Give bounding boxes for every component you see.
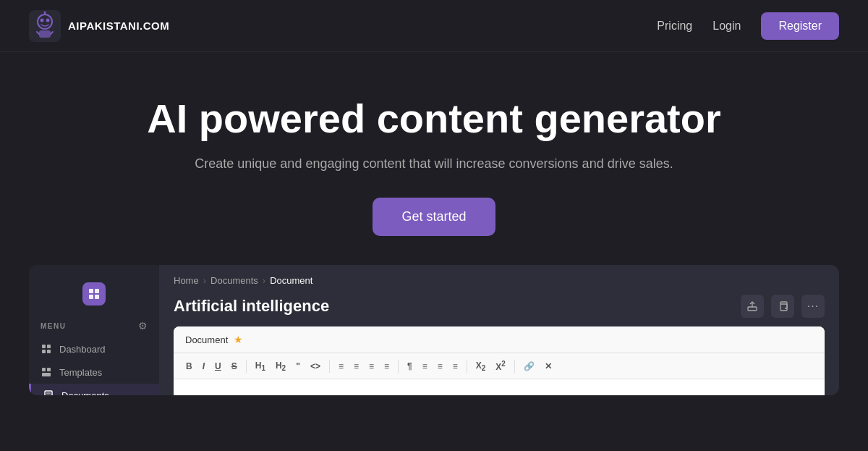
get-started-button[interactable]: Get started xyxy=(373,198,495,236)
templates-label: Templates xyxy=(59,367,102,378)
toolbar-align-left[interactable]: ¶ xyxy=(404,359,416,374)
dashboard-icon xyxy=(41,343,52,355)
svg-rect-11 xyxy=(89,295,93,299)
toolbar-sep-2 xyxy=(329,360,330,373)
templates-icon xyxy=(41,366,52,378)
breadcrumb-current: Document xyxy=(270,275,312,286)
toolbar-superscript[interactable]: X2 xyxy=(492,358,509,374)
sidebar-logo xyxy=(29,277,159,317)
svg-rect-6 xyxy=(39,30,51,38)
toolbar-align-right[interactable]: ≡ xyxy=(434,359,446,374)
svg-rect-17 xyxy=(42,368,46,371)
svg-rect-15 xyxy=(42,350,46,353)
toolbar-italic[interactable]: I xyxy=(199,359,208,374)
menu-label: MENU xyxy=(41,322,66,330)
dashboard-label: Dashboard xyxy=(59,344,106,355)
svg-rect-19 xyxy=(42,373,51,376)
toolbar-sep-1 xyxy=(246,360,247,373)
menu-label-row: MENU ⚙ xyxy=(29,317,159,337)
toolbar-underline[interactable]: U xyxy=(211,359,225,374)
more-options-button[interactable]: ··· xyxy=(801,295,825,318)
toolbar-h1[interactable]: H1 xyxy=(252,358,269,374)
export-button[interactable] xyxy=(741,295,764,318)
toolbar-h2[interactable]: H2 xyxy=(272,358,289,374)
svg-rect-16 xyxy=(47,350,51,353)
app-preview: MENU ⚙ Dashboard Te xyxy=(29,265,839,395)
svg-point-5 xyxy=(44,11,46,13)
document-title: Artificial intelligence xyxy=(174,297,329,316)
documents-label: Documents xyxy=(61,390,109,396)
editor-doc-name: Document xyxy=(185,334,228,345)
svg-point-2 xyxy=(41,18,44,22)
toolbar-ol[interactable]: ≡ xyxy=(350,359,362,374)
hero-section: AI powered content generator Create uniq… xyxy=(0,52,868,265)
main-content: Home › Documents › Document Artificial i… xyxy=(159,265,839,395)
star-icon[interactable]: ★ xyxy=(234,334,243,345)
editor-area: Document ★ B I U S H1 H2 " <> ≡ ≡ ≡ ≡ ¶ xyxy=(174,326,825,395)
copy-button[interactable] xyxy=(771,295,794,318)
sidebar: MENU ⚙ Dashboard Te xyxy=(29,265,159,395)
toolbar-code[interactable]: <> xyxy=(307,359,324,374)
login-link[interactable]: Login xyxy=(712,20,741,33)
svg-rect-24 xyxy=(748,307,757,311)
documents-icon xyxy=(43,389,54,395)
editor-header: Document ★ xyxy=(174,326,825,353)
more-icon: ··· xyxy=(807,300,819,313)
breadcrumb-sep-1: › xyxy=(203,275,206,286)
svg-rect-18 xyxy=(47,368,51,371)
header: AIPAKISTANI.COM Pricing Login Register xyxy=(0,0,868,52)
svg-rect-9 xyxy=(89,289,93,293)
sidebar-item-templates[interactable]: Templates xyxy=(29,361,159,384)
sidebar-logo-icon xyxy=(82,282,106,305)
svg-rect-12 xyxy=(95,295,99,299)
toolbar-blockquote[interactable]: " xyxy=(292,359,304,374)
editor-toolbar: B I U S H1 H2 " <> ≡ ≡ ≡ ≡ ¶ ≡ ≡ ≡ X xyxy=(174,353,825,379)
pricing-link[interactable]: Pricing xyxy=(657,20,692,33)
logo-text: AIPAKISTANI.COM xyxy=(68,20,169,32)
sidebar-item-documents[interactable]: Documents xyxy=(29,384,159,395)
toolbar-link[interactable]: 🔗 xyxy=(520,359,538,374)
toolbar-strikethrough[interactable]: S xyxy=(228,359,241,374)
toolbar-indent-in[interactable]: ≡ xyxy=(380,359,393,374)
hero-subtitle: Create unique and engaging content that … xyxy=(195,156,673,172)
breadcrumb-sep-2: › xyxy=(263,275,265,286)
toolbar-indent-out[interactable]: ≡ xyxy=(365,359,378,374)
svg-rect-10 xyxy=(95,289,99,293)
document-actions: ··· xyxy=(741,295,825,318)
toolbar-clear[interactable]: ✕ xyxy=(541,359,556,374)
toolbar-subscript[interactable]: X2 xyxy=(472,358,490,374)
logo-icon xyxy=(29,10,61,42)
logo-area: AIPAKISTANI.COM xyxy=(29,10,169,42)
toolbar-align-center[interactable]: ≡ xyxy=(419,359,431,374)
svg-rect-13 xyxy=(42,345,46,348)
nav-right: Pricing Login Register xyxy=(657,12,839,40)
sidebar-item-dashboard[interactable]: Dashboard xyxy=(29,337,159,361)
breadcrumb: Home › Documents › Document xyxy=(159,265,839,292)
breadcrumb-home[interactable]: Home xyxy=(174,275,199,286)
register-button[interactable]: Register xyxy=(761,12,839,40)
doc-title-row: Artificial intelligence ··· xyxy=(159,292,839,326)
svg-rect-14 xyxy=(47,345,51,348)
toolbar-bold[interactable]: B xyxy=(182,359,196,374)
svg-point-3 xyxy=(46,18,50,22)
toolbar-sep-4 xyxy=(467,360,467,373)
toolbar-sep-3 xyxy=(398,360,399,373)
toolbar-justify[interactable]: ≡ xyxy=(449,359,461,374)
hero-title: AI powered content generator xyxy=(147,96,720,142)
toolbar-sep-5 xyxy=(514,360,515,373)
menu-settings-icon[interactable]: ⚙ xyxy=(138,320,148,332)
toolbar-ul[interactable]: ≡ xyxy=(335,359,347,374)
svg-rect-26 xyxy=(780,304,787,311)
breadcrumb-documents[interactable]: Documents xyxy=(210,275,258,286)
